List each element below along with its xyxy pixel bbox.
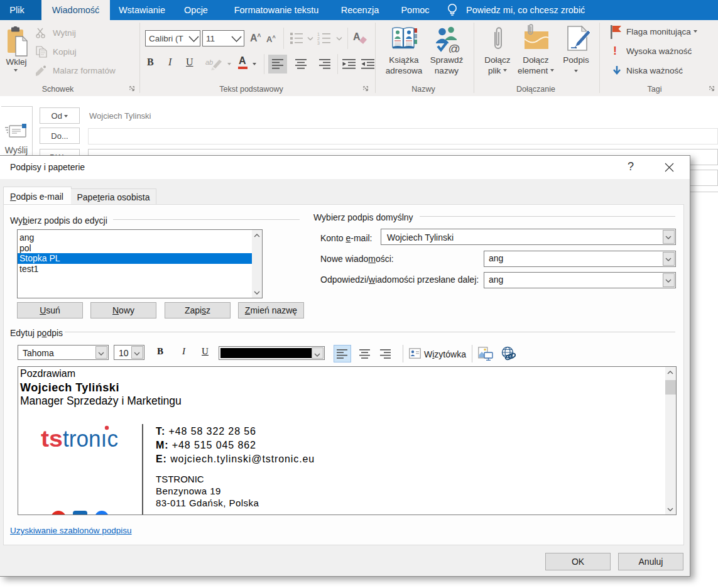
svg-text:ts: ts: [41, 426, 63, 449]
svg-text:2: 2: [317, 36, 320, 41]
svg-text:@: @: [449, 42, 460, 53]
svg-text:tronıc: tronıc: [63, 426, 118, 449]
svg-text:ab: ab: [205, 58, 213, 66]
svg-text:1: 1: [317, 32, 320, 36]
svg-text:3: 3: [317, 41, 320, 45]
